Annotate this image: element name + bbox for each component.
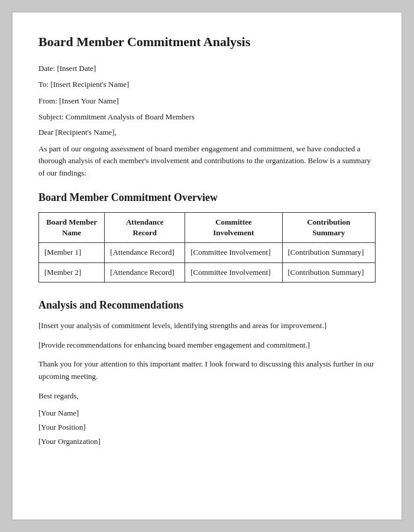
table-cell-r0-c3: [Contribution Summary]	[282, 243, 375, 262]
analysis-paragraph-2: Thank you for your attention to this imp…	[38, 358, 376, 383]
table-cell-r1-c2: [Committee Involvement]	[185, 262, 282, 282]
closing-position: [Your Position]	[38, 423, 376, 432]
col-header-contribution: ContributionSummary	[282, 212, 375, 242]
col-header-member: Board MemberName	[39, 212, 105, 242]
subject-line: Subject: Commitment Analysis of Board Me…	[38, 111, 376, 123]
greeting-text: Dear [Recipient's Name],	[38, 128, 376, 137]
col-header-attendance: AttendanceRecord	[105, 212, 185, 242]
table-cell-r0-c0: [Member 1]	[39, 243, 105, 262]
table-header-row: Board MemberName AttendanceRecord Commit…	[39, 212, 376, 242]
analysis-paragraph-0: [Insert your analysis of commitment leve…	[38, 320, 376, 332]
intro-paragraph: As part of our ongoing assessment of boa…	[38, 143, 376, 180]
table-cell-r1-c3: [Contribution Summary]	[282, 262, 375, 282]
commitment-table: Board MemberName AttendanceRecord Commit…	[38, 212, 376, 283]
document-container: Board Member Commitment Analysis Date: […	[12, 12, 402, 520]
analysis-paragraph-1: [Provide recommendations for enhancing b…	[38, 339, 376, 352]
table-cell-r1-c1: [Attendance Record]	[105, 262, 185, 282]
closing-name: [Your Name]	[38, 408, 376, 418]
table-cell-r0-c2: [Committee Involvement]	[185, 243, 282, 262]
analysis-paragraphs: [Insert your analysis of commitment leve…	[38, 320, 376, 383]
table-row: [Member 2][Attendance Record][Committee …	[39, 262, 376, 282]
closing-salutation: Best regards,	[38, 390, 376, 403]
table-cell-r0-c1: [Attendance Record]	[105, 243, 185, 262]
overview-section-title: Board Member Commitment Overview	[38, 192, 376, 204]
document-title: Board Member Commitment Analysis	[38, 34, 376, 51]
table-row: [Member 1][Attendance Record][Committee …	[39, 243, 376, 262]
from-line: From: [Insert Your Name]	[38, 95, 376, 107]
analysis-section-title: Analysis and Recommendations	[38, 299, 376, 312]
closing-organization: [Your Organization]	[38, 437, 376, 446]
col-header-committee: CommitteeInvolvement	[185, 212, 282, 242]
to-line: To: [Insert Recipient's Name]	[38, 79, 376, 90]
table-cell-r1-c0: [Member 2]	[39, 262, 105, 282]
date-line: Date: [Insert Date]	[38, 63, 376, 74]
